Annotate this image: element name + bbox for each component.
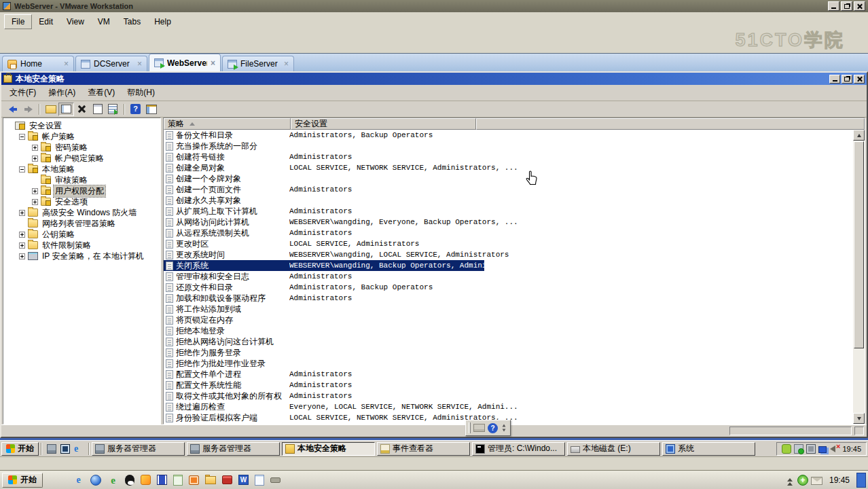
qq-icon[interactable] <box>125 475 134 486</box>
options-chevron-icon[interactable] <box>501 424 507 432</box>
host-start-button[interactable]: 开始 <box>2 473 43 488</box>
tree-item[interactable]: 软件限制策略 <box>3 240 160 251</box>
restore-button[interactable] <box>842 75 852 84</box>
policy-row[interactable]: 将工作站添加到域 <box>164 304 865 314</box>
menu-item[interactable]: Edit <box>32 15 60 29</box>
separator[interactable] <box>39 104 40 115</box>
expand-icon[interactable] <box>19 134 25 140</box>
policy-row[interactable]: 从网络访问此计算机 WEBSERVER\wangding, Everyone, … <box>164 217 865 228</box>
guest-start-button[interactable]: 开始 <box>1 442 39 456</box>
tree-item[interactable]: 公钥策略 <box>3 229 160 240</box>
peek-window[interactable] <box>856 473 866 488</box>
expand-icon[interactable] <box>32 156 38 162</box>
expand-icon[interactable] <box>19 232 25 238</box>
tree-item[interactable]: 密码策略 <box>3 142 160 153</box>
ie-icon[interactable] <box>74 444 84 454</box>
globe-icon[interactable] <box>90 475 101 486</box>
taskbar-button[interactable]: 服务器管理器 <box>92 442 185 456</box>
expand-icon[interactable] <box>32 188 38 194</box>
menu-item[interactable]: View <box>60 15 91 29</box>
tree-item[interactable]: 审核策略 <box>3 175 160 185</box>
antivirus-icon[interactable] <box>797 475 808 486</box>
tree-item[interactable]: 安全选项 <box>3 196 160 207</box>
policy-row[interactable]: 拒绝作为批处理作业登录 <box>164 358 865 369</box>
tree-item[interactable]: IP 安全策略，在 本地计算机 <box>3 251 160 261</box>
policy-row[interactable]: 创建一个令牌对象 <box>164 173 865 184</box>
volume-muted-icon[interactable] <box>829 444 839 454</box>
toolbox-icon[interactable] <box>222 475 232 484</box>
policy-row[interactable]: 关闭系统 WEBSERVER\wangding, Backup Operator… <box>164 260 484 271</box>
word-icon[interactable] <box>238 475 249 485</box>
tree-item[interactable]: 帐户锁定策略 <box>3 153 160 164</box>
tree-item[interactable]: 安全设置 <box>3 120 160 131</box>
menu-item[interactable]: Tabs <box>117 15 147 29</box>
thunder-icon[interactable] <box>141 475 151 485</box>
vm-tab[interactable]: Home <box>2 56 74 71</box>
menu-item[interactable]: File <box>4 14 32 29</box>
policy-row[interactable]: 生成安全审核 LOCAL SERVICE, NETWORK SERVICE <box>164 423 865 424</box>
drag-grip[interactable] <box>469 422 471 433</box>
taskbar-button[interactable]: 系统 <box>662 442 755 456</box>
policy-row[interactable]: 创建永久共享对象 <box>164 195 865 206</box>
explorer-folder-icon[interactable] <box>205 476 216 484</box>
vm-tab[interactable]: FileServer <box>222 56 294 71</box>
help-icon[interactable] <box>128 103 143 116</box>
vm-tab[interactable]: WebServer <box>149 54 221 71</box>
policy-row[interactable]: 管理审核和安全日志 Administrators <box>164 271 865 282</box>
menu-item[interactable]: 查看(V) <box>82 85 121 101</box>
policy-row[interactable]: 将页锁定在内存 <box>164 314 865 325</box>
policy-row[interactable]: 备份文件和目录 Administrators, Backup Operators <box>164 130 865 141</box>
notepad-icon[interactable] <box>173 475 183 486</box>
tree-item[interactable]: 高级安全 Windows 防火墙 <box>3 207 160 218</box>
tree-item[interactable]: 用户权限分配 <box>3 185 160 196</box>
taskbar-button[interactable]: 本地安全策略 <box>282 442 375 456</box>
expand-icon[interactable] <box>19 242 25 249</box>
ie-icon[interactable] <box>73 474 84 486</box>
help-icon[interactable]: ? <box>488 423 498 433</box>
minimize-button[interactable] <box>829 75 840 84</box>
policy-row[interactable]: 拒绝本地登录 <box>164 325 865 336</box>
restore-button[interactable] <box>841 1 852 11</box>
scroll-thumb[interactable] <box>854 141 864 348</box>
language-bar[interactable]: ? <box>465 420 511 436</box>
show-tree-icon[interactable] <box>58 103 74 116</box>
update-icon[interactable] <box>782 444 791 454</box>
menu-item[interactable]: 文件(F) <box>3 85 42 101</box>
scroll-track[interactable] <box>853 349 865 413</box>
expand-icon[interactable] <box>19 166 25 173</box>
export-list-icon[interactable] <box>105 103 121 116</box>
delete-icon[interactable] <box>74 103 90 116</box>
extended-view-icon[interactable] <box>143 103 159 116</box>
expand-icon[interactable] <box>19 210 25 216</box>
policy-row[interactable]: 加载和卸载设备驱动程序 Administrators <box>164 293 865 304</box>
vm-tab[interactable]: DCServer <box>75 56 147 71</box>
taskbar-button[interactable]: 事件查看器 <box>377 442 470 456</box>
capture-icon[interactable] <box>189 475 199 485</box>
policy-row[interactable]: 拒绝从网络访问这台计算机 <box>164 336 865 347</box>
key-icon[interactable] <box>270 477 281 483</box>
notes-icon[interactable] <box>255 475 264 486</box>
media-icon[interactable] <box>157 475 167 485</box>
menu-item[interactable]: 操作(A) <box>42 85 82 101</box>
menu-item[interactable]: 帮助(H) <box>121 85 161 101</box>
close-button[interactable] <box>854 1 865 11</box>
minimize-button[interactable] <box>828 1 839 11</box>
mail-icon[interactable] <box>811 477 822 485</box>
policy-row[interactable]: 身份验证后模拟客户端 LOCAL SERVICE, NETWORK SERVIC… <box>164 412 865 423</box>
policy-row[interactable]: 取得文件或其他对象的所有权 Administrators <box>164 391 865 401</box>
policy-row[interactable]: 创建一个页面文件 Administrators <box>164 184 865 195</box>
expand-icon[interactable] <box>32 145 38 151</box>
policy-row[interactable]: 拒绝作为服务登录 <box>164 347 865 358</box>
taskbar-button[interactable]: 本地磁盘 (E:) <box>567 442 660 456</box>
keyboard-icon[interactable] <box>473 424 485 432</box>
menu-item[interactable]: VM <box>91 15 117 29</box>
tree-item[interactable]: 帐户策略 <box>3 131 160 142</box>
taskbar-button[interactable]: 管理员: C:\Windo... <box>472 442 565 456</box>
server-manager-icon[interactable] <box>47 444 56 454</box>
policy-row[interactable]: 从远程系统强制关机 Administrators <box>164 228 865 238</box>
taskbar-button[interactable]: 服务器管理器 <box>187 442 280 456</box>
tree-item[interactable]: 本地策略 <box>3 164 160 175</box>
expand-icon[interactable] <box>19 253 25 259</box>
policy-row[interactable]: 创建符号链接 Administrators <box>164 151 865 162</box>
policy-row[interactable]: 充当操作系统的一部分 <box>164 141 865 151</box>
